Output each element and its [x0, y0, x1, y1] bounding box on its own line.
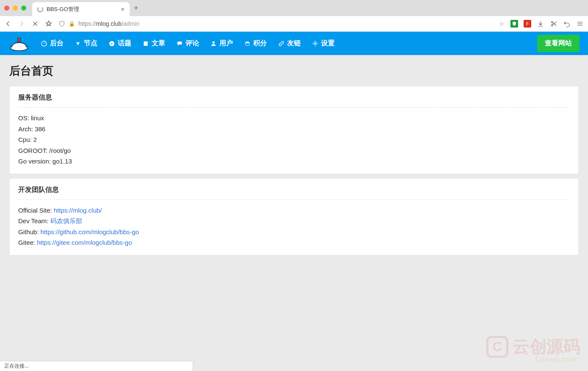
stop-button[interactable]	[31, 20, 39, 28]
browser-chrome: BBS-GO管理 × + 🔒 https://mlog.club/admin ☆…	[0, 0, 588, 32]
close-window-button[interactable]	[4, 6, 9, 11]
dev-team-link[interactable]: 码农俱乐部	[50, 217, 82, 224]
maximize-window-button[interactable]	[21, 6, 26, 11]
browser-tab[interactable]: BBS-GO管理 ×	[32, 2, 130, 16]
nav-label: 评论	[186, 39, 199, 48]
minimize-window-button[interactable]	[13, 6, 18, 11]
app-navbar: 后台 节点 #话题 文章 评论 用户 积分 友链 设置 查看网站	[0, 32, 588, 55]
url-text: https://mlog.club/admin	[78, 20, 139, 27]
nav-links[interactable]: 友链	[278, 39, 301, 48]
svg-point-8	[212, 41, 214, 43]
team-info-card: 开发团队信息 Official Site: https://mlog.club/…	[9, 178, 579, 255]
nav-topics[interactable]: #话题	[108, 39, 131, 48]
watermark-logo-icon: C	[486, 336, 508, 358]
info-row: Go version: go1.13	[18, 156, 570, 167]
lock-icon: 🔒	[69, 21, 75, 27]
address-bar: 🔒 https://mlog.club/admin ☆ F	[0, 16, 588, 31]
nav-settings[interactable]: 设置	[312, 39, 335, 48]
nav-comments[interactable]: 评论	[176, 39, 199, 48]
card-title: 服务器信息	[18, 93, 570, 108]
info-row: Arch: 386	[18, 124, 570, 135]
svg-rect-7	[144, 41, 147, 46]
download-icon[interactable]	[537, 20, 544, 28]
bookmark-star-icon[interactable]	[45, 20, 53, 28]
github-link[interactable]: https://github.com/mlogclub/bbs-go	[41, 228, 139, 235]
status-bar: 正在连接...	[0, 361, 193, 371]
info-row: Gitee: https://gitee.com/mlogclub/bbs-go	[18, 237, 570, 248]
svg-point-1	[551, 25, 553, 26]
svg-point-10	[314, 43, 316, 44]
menu-icon[interactable]	[576, 20, 584, 28]
scissors-icon[interactable]	[550, 20, 557, 28]
gitee-link[interactable]: https://gitee.com/mlogclub/bbs-go	[37, 239, 132, 246]
info-row: Dev Team: 码农俱乐部	[18, 216, 570, 227]
svg-point-9	[245, 42, 249, 43]
info-row: Official Site: https://mlog.club/	[18, 205, 570, 216]
tab-title: BBS-GO管理	[47, 6, 79, 13]
shield-icon	[58, 20, 65, 27]
card-title: 开发团队信息	[18, 186, 570, 200]
nav-nodes[interactable]: 节点	[75, 39, 97, 48]
svg-point-0	[551, 21, 553, 23]
info-row: GOROOT: /root/go	[18, 145, 570, 156]
loading-spinner-icon	[37, 6, 43, 12]
svg-rect-3	[18, 38, 20, 42]
tab-bar: BBS-GO管理 × +	[0, 0, 588, 16]
url-field[interactable]: 🔒 https://mlog.club/admin ☆	[58, 20, 505, 27]
window-controls	[4, 6, 26, 11]
page-content: 后台首页 服务器信息 OS: linux Arch: 386 Cpu: 2 GO…	[0, 55, 588, 268]
info-row: Cpu: 2	[18, 134, 570, 145]
back-button[interactable]	[4, 20, 12, 28]
nav-label: 友链	[287, 39, 301, 48]
nav-users[interactable]: 用户	[210, 39, 233, 48]
official-site-link[interactable]: https://mlog.club/	[54, 207, 102, 214]
url-bookmark-icon[interactable]: ☆	[499, 20, 505, 27]
view-site-button[interactable]: 查看网站	[537, 35, 580, 52]
nav-label: 文章	[152, 39, 165, 48]
extension-shield-icon[interactable]	[510, 20, 518, 28]
close-tab-icon[interactable]: ×	[121, 6, 125, 13]
extension-icons: F	[510, 20, 584, 28]
watermark: C 云创源码	[486, 335, 580, 358]
nav-label: 话题	[118, 39, 131, 48]
app-logo[interactable]	[8, 36, 30, 52]
page-title: 后台首页	[9, 64, 579, 78]
svg-text:#: #	[111, 42, 113, 45]
info-row: Github: https://github.com/mlogclub/bbs-…	[18, 227, 570, 238]
new-tab-button[interactable]: +	[134, 4, 139, 13]
extension-red-icon[interactable]: F	[524, 20, 531, 28]
nav-points[interactable]: 积分	[244, 39, 267, 48]
server-info-card: 服务器信息 OS: linux Arch: 386 Cpu: 2 GOROOT:…	[9, 86, 579, 174]
watermark-sub: Loowp.com	[535, 356, 577, 363]
nav-articles[interactable]: 文章	[142, 39, 165, 48]
nav-label: 积分	[253, 39, 267, 48]
nav-label: 设置	[321, 39, 335, 48]
nav-dashboard[interactable]: 后台	[41, 39, 64, 48]
nav-label: 节点	[84, 39, 97, 48]
info-row: OS: linux	[18, 113, 570, 124]
forward-button[interactable]	[18, 20, 25, 28]
nav-label: 后台	[50, 39, 64, 48]
nav-label: 用户	[219, 39, 233, 48]
undo-icon[interactable]	[563, 20, 571, 28]
